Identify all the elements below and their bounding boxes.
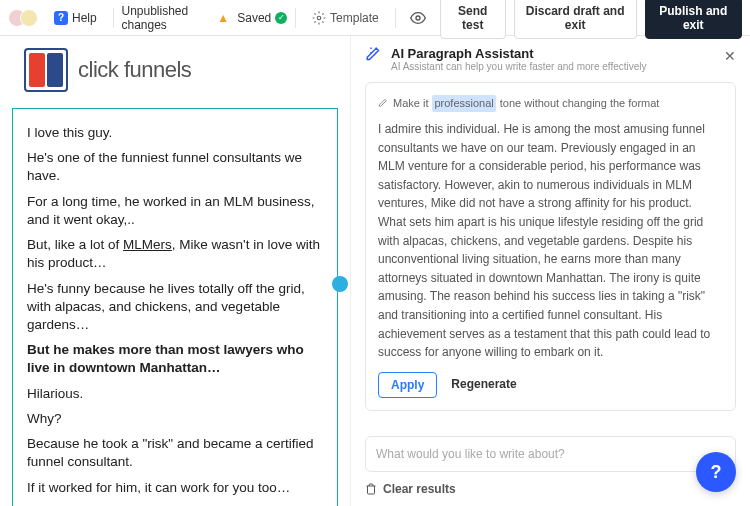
check-icon: ✓	[275, 12, 287, 24]
divider	[295, 8, 296, 28]
regenerate-button[interactable]: Regenerate	[451, 375, 516, 394]
paragraph: For a long time, he worked in an MLM bus…	[27, 193, 323, 229]
discard-button[interactable]: Discard draft and exit	[514, 0, 637, 39]
ai-prompt-input[interactable]: What would you like to write about?	[365, 436, 736, 472]
help-label: Help	[72, 11, 97, 25]
logo-icon	[24, 48, 68, 92]
user-avatars[interactable]	[8, 9, 38, 27]
paragraph: Why?	[27, 410, 323, 428]
wand-icon	[378, 98, 389, 109]
paragraph: Hilarious.	[27, 385, 323, 403]
avatar[interactable]	[20, 9, 38, 27]
template-button[interactable]: Template	[304, 7, 387, 29]
help-button[interactable]: ? Help	[46, 7, 105, 29]
paragraph: I love this guy.	[27, 124, 323, 142]
panel-title: AI Paragraph Assistant	[391, 46, 647, 61]
panel-subtitle: AI Assistant can help you write faster a…	[391, 61, 647, 72]
clear-icon	[365, 483, 377, 495]
saved-status: Saved ✓	[237, 11, 287, 25]
divider	[395, 8, 396, 28]
warning-icon: ▲	[217, 11, 229, 25]
ai-assistant-panel: AI Paragraph Assistant AI Assistant can …	[350, 36, 750, 506]
apply-button[interactable]: Apply	[378, 372, 437, 398]
help-icon: ?	[54, 11, 68, 25]
wand-icon	[365, 46, 383, 64]
paragraph: But he makes more than most lawyers who …	[27, 341, 323, 377]
tone-highlight: professional	[432, 95, 495, 112]
close-icon[interactable]: ✕	[724, 48, 736, 64]
send-test-button[interactable]: Send test	[440, 0, 506, 39]
svg-point-0	[317, 16, 321, 20]
paragraph: He's one of the funniest funnel consulta…	[27, 149, 323, 185]
paragraph: He's funny because he lives totally off …	[27, 280, 323, 335]
help-fab[interactable]: ?	[696, 452, 736, 492]
clear-results-button[interactable]: Clear results	[365, 482, 736, 496]
logo-text: click funnels	[78, 57, 191, 83]
publish-button[interactable]: Publish and exit	[645, 0, 742, 39]
prompt-description: Make it professional tone without changi…	[378, 95, 723, 112]
unpublished-status: Unpublished changes ▲	[122, 4, 230, 32]
editor-canvas: click funnels I love this guy. He's one …	[0, 36, 350, 506]
selected-text-block[interactable]: I love this guy. He's one of the funnies…	[12, 108, 338, 506]
preview-button[interactable]	[404, 6, 432, 30]
generated-text: I admire this individual. He is among th…	[378, 120, 723, 362]
element-handle-icon[interactable]	[332, 276, 348, 292]
paragraph: If it worked for him, it can work for yo…	[27, 479, 323, 497]
paragraph: But, like a lot of MLMers, Mike wasn't i…	[27, 236, 323, 272]
svg-point-1	[416, 16, 420, 20]
top-toolbar: ? Help Unpublished changes ▲ Saved ✓ Tem…	[0, 0, 750, 36]
paragraph: Because he took a "risk" and became a ce…	[27, 435, 323, 471]
gear-icon	[312, 11, 326, 25]
ai-result-card: Make it professional tone without changi…	[365, 82, 736, 411]
divider	[113, 8, 114, 28]
logo: click funnels	[0, 36, 350, 104]
